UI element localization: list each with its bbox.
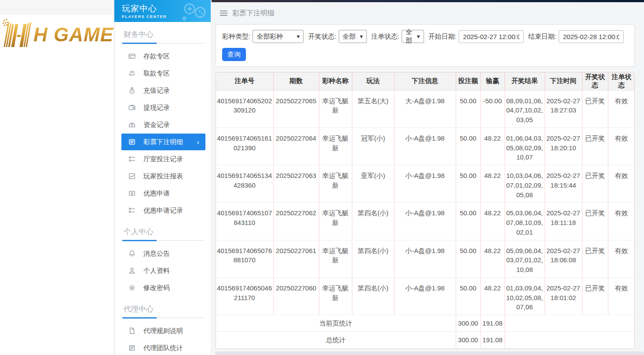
sidebar-section-title: 代理中心 [114,297,211,317]
sidebar-item-个人资料[interactable]: 个人资料 [121,262,205,279]
sidebar-item-修改密码[interactable]: 修改密码 [121,279,205,296]
table-row: 40156917406520230912020250227065幸运飞艇新第五名… [216,90,635,127]
table-cell: 2025-02-27 18:11:18 [545,203,582,240]
chevron-right-icon: › [197,138,199,146]
table-row: 40156917406504621117020250227060幸运飞艇新第四名… [216,277,635,315]
sidebar-item-代理规则说明[interactable]: 代理规则说明 [121,322,205,339]
sidebar-item-label: 存款专区 [143,52,170,61]
table-cell: 幸运飞艇新 [319,240,352,277]
sidebar-item-代理团队统计[interactable]: 代理团队统计 [121,340,205,355]
table-cell: 48.22 [480,240,505,277]
table-cell: 冠军(小) [352,127,394,165]
sidebar-section-title: 财务中心 [114,22,211,43]
bank-card-icon [128,52,136,60]
sidebar-item-label: 取款专区 [143,69,170,78]
person-icon [128,267,136,275]
sidebar-item-消息公告[interactable]: 消息公告 [121,245,205,262]
sidebar-item-label: 修改密码 [143,284,170,292]
section-underline [122,43,205,44]
section-underline [122,240,205,242]
table-cell: 10,03,04,06,07,01,02,09,05,08 [505,165,545,203]
lottery-type-select[interactable]: 全部彩种 ▼ [252,30,304,43]
withdraw-hand-icon [128,69,136,77]
sidebar-item-厅室投注记录[interactable]: 厅室投注记录 [121,151,205,167]
table-cell: 第四名(小) [352,240,394,277]
sidebar-item-label: 消息公告 [143,250,170,258]
sidebar-item-彩票下注明细[interactable]: 彩票下注明细› [121,134,205,150]
table-cell: 小-A盘@1.98 [394,240,456,277]
summary-row: 当前页统计300.00191.08 [216,315,635,332]
table-cell: 01,06,04,03,05,08,02,09,10,07 [505,127,545,165]
sidebar-item-优惠申请[interactable]: 优惠申请 [121,185,205,202]
column-header: 注单状态 [608,72,635,90]
column-header: 注单号 [216,72,273,90]
table-cell: 已开奖 [582,127,608,165]
table-cell: 大-A盘@1.98 [394,90,456,127]
end-date-input[interactable] [559,30,624,43]
sidebar-item-label: 优惠申请记录 [143,206,183,215]
table-cell: 401569174065107843110 [216,203,273,240]
order-status-value: 全部 [406,28,413,45]
search-button[interactable]: 查询 [222,48,246,61]
table-cell: 20250227061 [273,240,319,277]
table-row: 40156917406507688107020250227061幸运飞艇新第四名… [216,240,635,277]
money-bag-icon [128,87,136,94]
table-cell: 48.22 [480,203,505,240]
chevron-down-icon: ▼ [416,34,421,39]
page-title: 彩票下注明细 [232,9,274,18]
sidebar-item-label: 代理规则说明 [143,327,183,335]
table-cell: 有效 [608,277,635,315]
table-cell: 48.22 [480,127,505,165]
column-header: 期数 [273,72,319,90]
order-status-select[interactable]: 全部 ▼ [402,30,424,43]
table-cell: 48.22 [480,165,505,203]
table-cell: 幸运飞艇新 [319,165,352,203]
table-cell: 幸运飞艇新 [319,277,352,315]
table-cell: 2025-02-27 18:06:08 [545,240,582,277]
table-cell: 401569174065046211170 [216,277,273,315]
end-date-label: 结束日期: [528,33,556,41]
table-cell: 20250227064 [273,127,319,165]
brand-logo-text: H GAME [33,24,113,46]
summary-winloss-total: 191.08 [480,315,505,332]
table-cell: 第四名(小) [352,203,394,240]
purse-icon [128,121,136,129]
table-cell: 20250227063 [273,165,319,203]
sidebar-header: 玩家中心 PLAYERS CENTER [114,0,211,22]
gamepad-icon [180,2,208,22]
table-cell: 小-A盘@1.98 [394,277,456,315]
hamburger-menu-icon[interactable] [220,11,227,16]
table-cell: 2025-02-27 18:01:02 [545,277,582,315]
sidebar-item-取款专区[interactable]: 取款专区 [121,65,205,82]
sidebar-item-存款专区[interactable]: 存款专区 [121,48,205,65]
draw-status-value: 全部 [343,33,356,41]
table-cell: 401569174065161021390 [216,127,273,165]
sidebar-item-提现记录[interactable]: 提现记录 [121,99,205,116]
table-cell: -50.00 [480,90,505,127]
sidebar-item-资金记录[interactable]: 资金记录 [121,116,205,133]
column-header: 彩种名称 [319,72,352,90]
draw-status-select[interactable]: 全部 ▼ [339,30,367,43]
page-header: 彩票下注明细 [212,2,644,24]
bell-icon [128,250,136,257]
file-icon [128,327,136,335]
table-cell: 幸运飞艇新 [319,203,352,240]
bet-detail-table: 注单号期数彩种名称玩法下注信息投注额输赢开奖结果下注时间开奖状态注单状态 401… [216,72,635,348]
table-cell: 有效 [608,203,635,240]
sidebar-item-label: 厅室投注记录 [143,155,183,163]
draw-status-label: 开奖状态: [308,33,336,41]
summary-winloss-total: 191.08 [480,332,505,348]
table-cell: 有效 [608,127,635,165]
table-row: 40156917406513442836020250227063幸运飞艇新亚军(… [216,165,635,203]
table-cell: 有效 [608,90,635,127]
sidebar-item-label: 代理团队统计 [143,344,183,352]
sidebar-item-玩家投注报表[interactable]: 玩家投注报表 [121,168,205,185]
bet-detail-table-panel: 注单号期数彩种名称玩法下注信息投注额输赢开奖结果下注时间开奖状态注单状态 401… [216,72,635,349]
sidebar-item-label: 提现记录 [143,104,170,112]
sidebar-item-充值记录[interactable]: 充值记录 [121,82,205,99]
sidebar-item-优惠申请记录[interactable]: 优惠申请记录 [121,202,205,219]
table-cell: 50.00 [456,203,480,240]
start-date-input[interactable] [459,30,524,43]
player-center-app: H GAME 玩家中心 PLAYERS CENTER 财务中心存款专区取款专区充… [0,0,644,355]
start-date-label: 开始日期: [428,33,457,41]
